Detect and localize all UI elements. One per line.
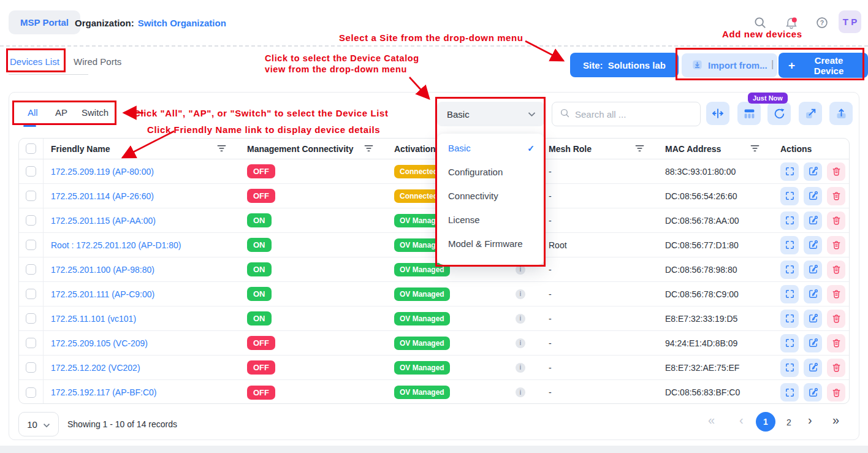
expand-device-button[interactable] <box>780 162 799 181</box>
select-all-checkbox[interactable] <box>26 143 36 154</box>
dropdown-option[interactable]: Configuration <box>437 160 544 184</box>
help-icon[interactable]: ? <box>815 16 829 29</box>
delete-device-button[interactable] <box>827 187 845 205</box>
page-2-button[interactable]: 2 <box>786 417 791 427</box>
dropdown-option[interactable]: License <box>437 208 544 232</box>
expand-device-button[interactable] <box>780 211 799 230</box>
edit-device-button[interactable] <box>804 187 822 205</box>
expand-device-button[interactable] <box>780 285 799 303</box>
info-icon[interactable]: i <box>516 338 525 348</box>
expand-device-button[interactable] <box>780 261 799 279</box>
device-friendly-name-link[interactable]: 172.25.209.119 (AP-80:00) <box>51 167 154 177</box>
col-actions: Actions <box>773 144 850 154</box>
column-resize-button[interactable] <box>706 102 729 125</box>
row-checkbox[interactable] <box>26 240 36 250</box>
avatar[interactable]: T P <box>839 10 861 33</box>
delete-device-button[interactable] <box>827 261 845 279</box>
download-icon <box>691 59 703 72</box>
view-dropdown-menu: Basic ✓ Configuration Connectivity Licen… <box>437 134 544 265</box>
page-1-button[interactable]: 1 <box>756 412 775 432</box>
tab-devices-list[interactable]: Devices List <box>10 56 59 67</box>
info-icon[interactable]: i <box>516 289 525 299</box>
delete-device-button[interactable] <box>827 359 845 377</box>
expand-device-button[interactable] <box>780 310 799 328</box>
device-friendly-name-link[interactable]: 172.25.201.115 (AP-AA:00) <box>51 216 156 226</box>
info-icon[interactable]: i <box>516 363 525 373</box>
delete-device-button[interactable] <box>827 334 845 352</box>
expand-device-button[interactable] <box>780 334 799 352</box>
edit-device-button[interactable] <box>804 261 822 279</box>
columns-view-button[interactable] <box>737 102 761 125</box>
filter-icon[interactable] <box>364 144 373 154</box>
info-icon[interactable]: i <box>516 265 525 275</box>
device-friendly-name-link[interactable]: 172.25.201.111 (AP-C9:00) <box>51 289 154 299</box>
notifications-bell-icon[interactable] <box>784 16 798 29</box>
row-checkbox[interactable] <box>26 191 36 201</box>
page-size-select[interactable]: 10 <box>18 412 59 436</box>
row-checkbox[interactable] <box>26 264 36 275</box>
tab-wired-ports[interactable]: Wired Ports <box>74 56 121 67</box>
filter-icon[interactable] <box>750 144 760 154</box>
row-checkbox[interactable] <box>26 338 36 348</box>
device-friendly-name-link[interactable]: 172.25.192.117 (AP-BF:C0) <box>51 387 157 397</box>
device-friendly-name-link[interactable]: 172.25.201.100 (AP-98:80) <box>51 265 154 275</box>
row-checkbox[interactable] <box>26 313 36 324</box>
filter-tab-ap[interactable]: AP <box>55 107 67 118</box>
filter-tab-all[interactable]: All <box>28 107 38 118</box>
delete-device-button[interactable] <box>827 383 845 402</box>
view-select[interactable]: Basic <box>437 102 544 126</box>
info-icon[interactable]: i <box>516 387 525 397</box>
device-friendly-name-link[interactable]: 172.25.201.114 (AP-26:60) <box>51 191 154 201</box>
next-page-button[interactable]: › <box>808 413 812 427</box>
expand-device-button[interactable] <box>780 359 799 377</box>
expand-device-button[interactable] <box>780 383 799 402</box>
delete-device-button[interactable] <box>827 310 845 328</box>
import-from-button[interactable]: Import from... <box>682 53 777 77</box>
info-icon[interactable]: i <box>516 314 525 324</box>
device-friendly-name-link[interactable]: 172.25.12.202 (VC202) <box>51 363 140 373</box>
edit-device-button[interactable] <box>804 211 822 230</box>
row-checkbox[interactable] <box>26 387 36 398</box>
row-checkbox[interactable] <box>26 215 36 226</box>
dropdown-option[interactable]: Connectivity <box>437 184 544 208</box>
mac-address-cell: E8:E7:32:33:19:D5 <box>658 314 773 324</box>
create-device-button[interactable]: + Create Device <box>779 53 868 78</box>
search-input[interactable] <box>575 109 693 120</box>
delete-device-button[interactable] <box>827 285 845 303</box>
filter-tab-switch[interactable]: Switch <box>82 107 108 118</box>
edit-device-button[interactable] <box>804 359 822 377</box>
edit-device-button[interactable] <box>804 162 822 181</box>
delete-device-button[interactable] <box>827 211 845 230</box>
dropdown-option[interactable]: Basic ✓ <box>437 136 544 160</box>
row-checkbox[interactable] <box>26 166 36 177</box>
edit-device-button[interactable] <box>804 236 822 254</box>
edit-device-button[interactable] <box>804 285 822 303</box>
filter-icon[interactable] <box>635 144 644 154</box>
expand-device-button[interactable] <box>780 187 799 205</box>
delete-device-button[interactable] <box>827 162 845 181</box>
device-friendly-name-link[interactable]: 172.25.11.101 (vc101) <box>51 314 136 324</box>
expand-device-button[interactable] <box>780 236 799 254</box>
row-checkbox[interactable] <box>26 362 36 373</box>
msp-portal-chip[interactable]: MSP Portal <box>9 10 80 34</box>
edit-device-button[interactable] <box>804 334 822 352</box>
last-page-button[interactable]: » <box>832 413 839 427</box>
upload-button[interactable] <box>829 102 853 125</box>
edit-device-button[interactable] <box>804 383 822 402</box>
row-checkbox[interactable] <box>26 289 36 299</box>
device-friendly-name-link[interactable]: 172.25.209.105 (VC-209) <box>51 338 148 348</box>
mesh-role-cell: - <box>541 167 658 177</box>
edit-device-button[interactable] <box>804 310 822 328</box>
refresh-button[interactable] <box>767 102 791 125</box>
delete-device-button[interactable] <box>827 236 845 254</box>
device-friendly-name-link[interactable]: Root : 172.25.201.120 (AP-D1:80) <box>51 240 181 250</box>
prev-page-button[interactable]: ‹ <box>739 413 744 427</box>
search-icon[interactable] <box>753 16 767 29</box>
organization-link[interactable]: Switch Organization <box>138 18 226 28</box>
first-page-button[interactable]: « <box>708 413 715 427</box>
dropdown-option[interactable]: Model & Firmware <box>437 232 544 256</box>
site-select-button[interactable]: Site: Solutions lab <box>570 53 679 77</box>
dropdown-option-label: Connectivity <box>448 191 498 201</box>
export-button[interactable] <box>799 102 822 125</box>
filter-icon[interactable] <box>217 144 226 154</box>
